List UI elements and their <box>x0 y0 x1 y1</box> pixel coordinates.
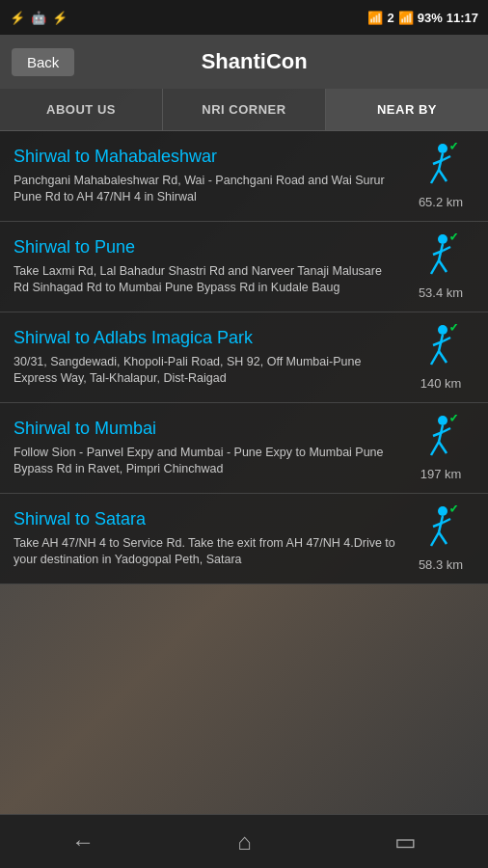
battery-percent: 93% <box>418 11 443 25</box>
route-info: Shirwal to Pune Take Laxmi Rd, Lal Bahad… <box>14 237 397 297</box>
walking-icon: ✓ <box>421 143 460 191</box>
svg-text:✓: ✓ <box>448 233 460 244</box>
svg-line-24 <box>439 442 447 453</box>
route-item[interactable]: Shirwal to Mumbai Follow Sion - Panvel E… <box>0 403 488 494</box>
clock: 11:17 <box>447 11 478 25</box>
route-info: Shirwal to Mumbai Follow Sion - Panvel E… <box>14 419 397 478</box>
walking-icon: ✓ <box>421 505 460 554</box>
route-info: Shirwal to Mahabaleshwar Panchgani Mahab… <box>14 147 397 206</box>
route-item[interactable]: Shirwal to Mahabaleshwar Panchgani Mahab… <box>0 131 488 222</box>
svg-line-2 <box>431 170 439 183</box>
svg-point-28 <box>438 506 447 516</box>
svg-text:✓: ✓ <box>448 324 460 335</box>
svg-line-19 <box>443 338 450 341</box>
routes-list: Shirwal to Mahabaleshwar Panchgani Mahab… <box>0 131 488 810</box>
route-title: Shirwal to Adlabs Imagica Park <box>14 328 397 348</box>
route-info: Shirwal to Satara Take AH 47/NH 4 to Ser… <box>14 509 397 569</box>
route-description: Panchgani Mahabaleshwar Rd, Wai - Panchg… <box>14 173 397 206</box>
route-title: Shirwal to Pune <box>14 237 397 258</box>
signal-strength: 📶 <box>398 11 414 25</box>
route-description: Follow Sion - Panvel Expy and Mumbai - P… <box>14 445 397 478</box>
tab-nri-corner[interactable]: NRI CORNER <box>163 89 326 130</box>
status-bar: ⚡ 🤖 ⚡ 📶 2 📶 93% 11:17 <box>0 0 488 35</box>
svg-point-14 <box>438 325 447 335</box>
route-distance-container: ✓ 58.3 km <box>407 505 474 572</box>
svg-line-31 <box>439 532 447 544</box>
walking-icon: ✓ <box>421 233 460 282</box>
distance-text: 53.4 km <box>419 285 463 300</box>
svg-point-0 <box>438 144 447 153</box>
route-description: Take AH 47/NH 4 to Service Rd. Take the … <box>14 535 397 569</box>
walking-icon: ✓ <box>421 415 460 463</box>
svg-line-23 <box>431 442 439 455</box>
route-description: 30/31, Sangdewadi, Khopoli-Pali Road, SH… <box>14 354 397 388</box>
svg-line-12 <box>443 247 450 251</box>
svg-line-17 <box>439 351 447 363</box>
route-item[interactable]: Shirwal to Pune Take Laxmi Rd, Lal Bahad… <box>0 222 488 312</box>
recent-nav-icon[interactable]: ▭ <box>394 828 417 855</box>
route-distance-container: ✓ 53.4 km <box>407 233 474 300</box>
distance-text: 197 km <box>420 467 462 481</box>
svg-line-30 <box>431 532 439 546</box>
svg-line-5 <box>443 156 450 160</box>
distance-text: 65.2 km <box>419 195 463 209</box>
back-nav-icon[interactable]: ← <box>71 828 95 855</box>
android-icon: 🤖 <box>31 11 46 25</box>
svg-line-3 <box>439 170 447 181</box>
svg-line-33 <box>443 519 450 523</box>
route-title: Shirwal to Satara <box>14 509 397 529</box>
route-distance-container: ✓ 197 km <box>407 415 474 481</box>
svg-line-9 <box>431 260 439 274</box>
walking-icon: ✓ <box>421 324 460 372</box>
svg-point-21 <box>438 416 447 425</box>
route-description: Take Laxmi Rd, Lal Bahadur Shastri Rd an… <box>14 263 397 297</box>
network-indicator: 2 <box>387 11 393 25</box>
tab-near-by[interactable]: NEAR BY <box>326 89 488 130</box>
home-nav-icon[interactable]: ⌂ <box>237 828 252 855</box>
svg-line-16 <box>431 351 439 365</box>
svg-text:✓: ✓ <box>448 143 460 153</box>
svg-line-26 <box>443 428 450 432</box>
signal-icons: 📶 <box>367 11 383 25</box>
route-distance-container: ✓ 65.2 km <box>407 143 474 209</box>
status-icons: ⚡ 🤖 ⚡ <box>10 11 68 25</box>
usb-icon: ⚡ <box>10 11 25 25</box>
app-header: Back ShantiCon <box>0 35 488 89</box>
distance-text: 140 km <box>420 376 462 391</box>
route-item[interactable]: Shirwal to Adlabs Imagica Park 30/31, Sa… <box>0 312 488 403</box>
route-item[interactable]: Shirwal to Satara Take AH 47/NH 4 to Ser… <box>0 494 488 584</box>
back-button[interactable]: Back <box>12 48 74 76</box>
svg-text:✓: ✓ <box>448 505 460 516</box>
status-right: 📶 2 📶 93% 11:17 <box>367 11 478 25</box>
tab-bar: ABOUT US NRI CORNER NEAR BY <box>0 89 488 131</box>
usb2-icon: ⚡ <box>52 11 68 25</box>
svg-point-7 <box>438 234 447 244</box>
svg-text:✓: ✓ <box>448 415 460 425</box>
route-info: Shirwal to Adlabs Imagica Park 30/31, Sa… <box>14 328 397 388</box>
distance-text: 58.3 km <box>419 557 463 572</box>
route-title: Shirwal to Mahabaleshwar <box>14 147 397 167</box>
app-title: ShantiCon <box>90 49 419 74</box>
route-title: Shirwal to Mumbai <box>14 419 397 439</box>
bottom-navigation: ← ⌂ ▭ <box>0 814 488 868</box>
route-distance-container: ✓ 140 km <box>407 324 474 391</box>
tab-about-us[interactable]: ABOUT US <box>0 89 163 130</box>
svg-line-10 <box>439 260 447 272</box>
